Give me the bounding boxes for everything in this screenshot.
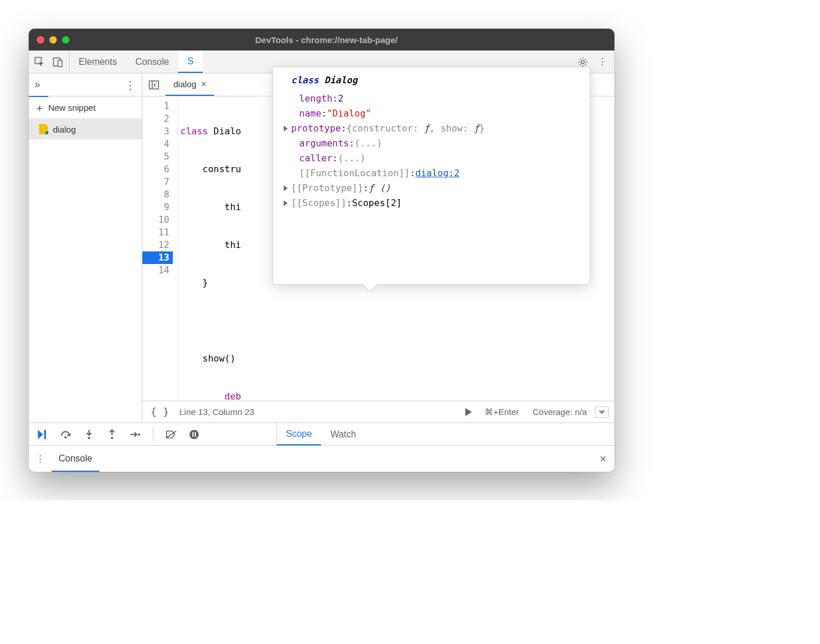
editor-status-bar: { } Line 13, Column 23 ⌘+Enter Coverage:…: [142, 401, 614, 422]
drawer-tab-console[interactable]: Console: [52, 446, 99, 472]
pause-on-exceptions-icon[interactable]: [188, 428, 200, 441]
expand-icon[interactable]: [284, 126, 288, 131]
snippet-file-icon: [39, 124, 48, 134]
popover-class-name: Dialog: [324, 75, 358, 86]
close-tab-icon[interactable]: ×: [201, 79, 206, 90]
device-toolbar-icon[interactable]: [52, 56, 64, 68]
svg-point-6: [64, 436, 67, 439]
resume-icon[interactable]: [37, 428, 49, 441]
svg-rect-5: [44, 430, 46, 439]
svg-rect-12: [195, 432, 196, 437]
tab-elements[interactable]: Elements: [69, 51, 126, 73]
popover-prop-caller: caller: (...): [283, 151, 581, 166]
minimize-window-button[interactable]: [49, 36, 57, 44]
popover-prop-functionlocation: [[FunctionLocation]]: dialog:2: [283, 166, 581, 181]
navigator-menu-icon[interactable]: ⋮: [125, 78, 136, 92]
pretty-print-icon[interactable]: { }: [148, 406, 172, 418]
inspect-element-icon[interactable]: [33, 56, 46, 68]
step-into-icon[interactable]: [83, 428, 95, 441]
svg-rect-11: [192, 432, 194, 437]
console-drawer: ⋮ Console ×: [29, 445, 614, 472]
zoom-window-button[interactable]: [62, 36, 69, 44]
expand-navigator-icon[interactable]: »: [34, 79, 40, 91]
show-coverage-icon[interactable]: [595, 406, 609, 418]
snippet-item-dialog[interactable]: dialog: [29, 119, 142, 139]
editor-tab-dialog[interactable]: dialog ×: [165, 73, 214, 96]
step-out-icon[interactable]: [106, 428, 118, 441]
expand-icon[interactable]: [284, 185, 288, 191]
function-location-link[interactable]: dialog:2: [415, 166, 459, 181]
line-gutter: 1234 5678 9101112 1314: [142, 96, 178, 401]
cursor-position: Line 13, Column 23: [180, 407, 254, 417]
svg-point-3: [581, 60, 584, 63]
popover-prop-arguments: arguments: (...): [283, 136, 581, 151]
svg-point-8: [111, 437, 113, 439]
debugger-row: Scope Watch: [29, 422, 614, 445]
tab-sources[interactable]: S: [178, 51, 203, 73]
titlebar: DevTools - chrome://new-tab-page/: [29, 29, 614, 51]
devtools-window: DevTools - chrome://new-tab-page/ Elemen…: [29, 29, 614, 472]
expand-icon[interactable]: [284, 200, 288, 206]
deactivate-breakpoints-icon[interactable]: [165, 428, 177, 441]
svg-rect-2: [58, 60, 62, 67]
popover-prop-length: length: 2: [283, 91, 581, 106]
popover-prop-scopes[interactable]: [[Scopes]]: Scopes[2]: [283, 196, 581, 211]
svg-point-10: [189, 430, 199, 439]
run-snippet-icon[interactable]: [461, 408, 477, 416]
step-over-icon[interactable]: [60, 428, 72, 441]
coverage-label: Coverage: n/a: [533, 407, 587, 417]
traffic-lights: [37, 36, 69, 44]
svg-point-9: [138, 433, 140, 436]
show-navigator-icon[interactable]: [142, 73, 165, 96]
popover-prop-name: name: "Dialog": [283, 106, 581, 121]
popover-prop-prototype[interactable]: prototype: {constructor: ƒ, show: ƒ}: [283, 121, 581, 136]
close-drawer-icon[interactable]: ×: [591, 446, 614, 472]
snippets-sidebar: » ⋮ ＋ New snippet dialog: [29, 73, 142, 422]
more-icon[interactable]: ⋮: [596, 56, 609, 68]
plus-icon: ＋: [34, 101, 45, 115]
drawer-menu-icon[interactable]: ⋮: [29, 446, 52, 472]
run-shortcut-label: ⌘+Enter: [485, 407, 519, 417]
tab-console[interactable]: Console: [126, 51, 179, 73]
snippet-item-label: dialog: [53, 125, 76, 134]
new-snippet-label: New snippet: [48, 103, 96, 112]
tab-scope[interactable]: Scope: [277, 423, 321, 445]
window-title: DevTools - chrome://new-tab-page/: [81, 35, 606, 45]
popover-prop-prototype-internal[interactable]: [[Prototype]]: ƒ (): [283, 181, 581, 196]
tab-watch[interactable]: Watch: [321, 423, 365, 445]
step-icon[interactable]: [129, 428, 141, 441]
debugger-toolbar: [29, 423, 277, 445]
editor-tab-label: dialog: [173, 79, 196, 89]
close-window-button[interactable]: [37, 36, 44, 44]
object-preview-popover: class Dialog length: 2 name: "Dialog" pr…: [272, 67, 590, 285]
new-snippet-button[interactable]: ＋ New snippet: [29, 97, 142, 119]
popover-class-keyword: class: [291, 75, 319, 86]
svg-point-7: [88, 437, 90, 439]
